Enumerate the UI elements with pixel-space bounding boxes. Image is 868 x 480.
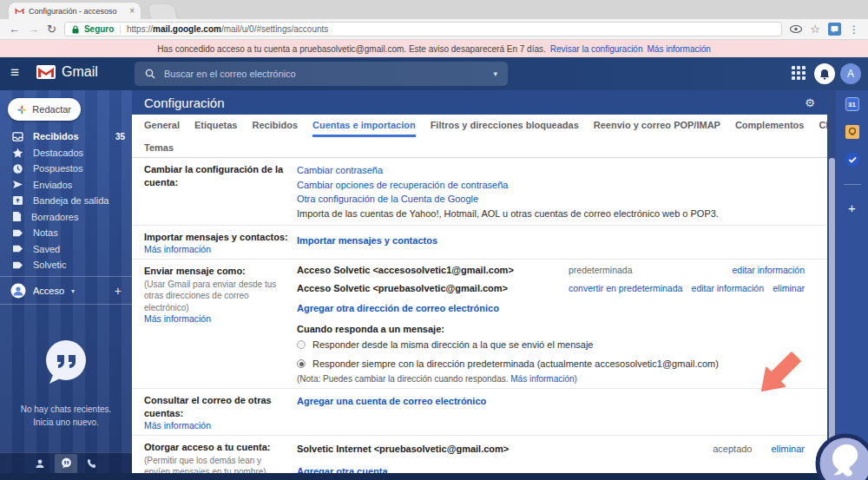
otra-configuracion-link[interactable]: Otra configuración de la Cuenta de Googl… [297,192,805,207]
tab-general[interactable]: General [144,115,180,137]
row-label: Consultar el correo de otras cuentas: [144,394,288,420]
apps-grid-icon[interactable] [792,66,807,82]
aceptado-status: aceptado [713,444,752,454]
phone-icon[interactable] [81,454,103,473]
add-addon-icon[interactable]: + [848,201,856,215]
draft-icon [12,211,22,222]
hangouts-empty-state: No hay chats recientes. Inicia uno nuevo… [0,307,132,429]
search-input[interactable]: Buscar en el correo electrónico ▾ [135,62,508,86]
tab-chat[interactable]: Chat [819,115,827,137]
keep-icon[interactable] [845,125,859,139]
chat-account-row[interactable]: Acceso ▾ + [0,279,132,302]
vertical-scrollbar[interactable] [827,90,836,473]
mas-informacion-link[interactable]: Más información [510,374,574,384]
mas-informacion-link[interactable]: Más información [144,420,211,431]
radio-label: Responder desde la misma dirección a la … [312,339,593,350]
url-scheme: https:// [127,24,153,34]
cambiar-contrasena-link[interactable]: Cambiar contraseña [297,163,805,178]
compose-button[interactable]: Redactar [8,98,81,121]
sidebar-item-saved[interactable]: Saved [0,241,132,258]
review-config-link[interactable]: Revisar la configuración [550,44,643,54]
hangouts-bubble-icon [43,339,89,389]
sidebar-item-pospuestos[interactable]: Pospuestos [0,161,132,177]
reply-note: (Nota: Puedes cambiar la dirección cuand… [297,374,805,384]
bookmark-star-icon[interactable]: ☆ [810,23,820,35]
tasks-icon[interactable] [845,153,859,167]
label-icon [12,244,23,253]
address-bar[interactable]: Seguro | https://mail.google.com/mail/u/… [64,22,782,36]
chat-avatar-icon [10,283,26,299]
editar-informacion-link[interactable]: editar información [692,283,764,293]
browser-tab[interactable]: Configuración - accesoso × [9,3,141,19]
sidebar-item-bandeja-de-salida[interactable]: Bandeja de salida [0,193,132,209]
mas-informacion-link[interactable]: Más información [144,244,211,254]
eye-icon[interactable] [790,25,802,33]
search-options-caret-icon[interactable]: ▾ [493,69,497,78]
editar-informacion-link[interactable]: editar información [733,265,805,275]
account-name: Acceso Solvetic <accesosolvetic1@gmail.c… [297,265,569,275]
tab-reenvio-pop-imap[interactable]: Reenvio y correo POP/IMAP [594,115,720,137]
forward-icon[interactable]: → [28,23,39,35]
sidebar-item-label: Bandeja de salida [33,195,125,206]
note-text: ) [575,374,577,384]
contacts-icon[interactable] [29,454,51,473]
sidebar-item-notas[interactable]: Notas [0,225,132,241]
agregar-cuenta-correo-link[interactable]: Agregar una cuenta de correo electrónico [297,394,805,409]
notification-bell-icon[interactable] [814,63,835,84]
browser-menu-icon[interactable]: ⋮ [849,23,859,36]
back-icon[interactable]: ← [9,23,20,35]
convertir-predeterminada-link[interactable]: convertir en predeterminada [569,283,682,293]
sidebar-item-destacados[interactable]: Destacados [0,145,132,161]
sidebar-item-solvetic[interactable]: Solvetic [0,257,132,273]
gmail-logo: Gmail [36,64,98,80]
more-info-link[interactable]: Más información [647,44,710,54]
tab-etiquetas[interactable]: Etiquetas [194,115,238,137]
row-label: Enviar mensaje como: [144,265,288,278]
agregar-otra-cuenta-link[interactable]: Agregar otra cuenta [297,464,805,473]
label-icon [12,228,23,238]
radio-unselected[interactable] [297,340,306,349]
tab-complementos[interactable]: Complementos [735,115,804,137]
hangouts-tab-icon[interactable] [55,454,77,473]
banner-text: Has concedido acceso a tu cuenta a prueb… [157,44,546,54]
sidebar-item-borradores[interactable]: Borradores [0,209,132,226]
extension-icon[interactable] [828,23,841,36]
sidebar-item-recibidos[interactable]: Recibidos 35 [0,128,132,145]
row-consultar-correo: Consultar el correo de otras cuentas: Má… [132,389,827,436]
gmail-favicon-icon [15,7,24,15]
hamburger-icon[interactable]: ≡ [10,64,19,82]
padlock-icon [72,25,79,34]
tab-temas[interactable]: Temas [132,137,827,158]
mas-informacion-link[interactable]: Más información [144,313,211,324]
radio-selected[interactable] [297,359,306,368]
tab-recibidos[interactable]: Recibidos [252,115,298,137]
settings-panel: Configuración ⚙ General Etiquetas Recibi… [132,90,827,473]
opciones-recuperacion-link[interactable]: Cambiar opciones de recuperación de cont… [297,178,805,193]
eliminar-link[interactable]: eliminar [773,283,805,293]
reload-icon[interactable]: ↻ [47,23,56,35]
scrollbar-thumb[interactable] [829,158,835,473]
eliminar-acceso-link[interactable]: eliminar [771,444,805,454]
row-sublabel: (Usar Gmail para enviar desde tus otras … [144,279,288,314]
chat-empty-line2: Inicia uno nuevo. [0,416,132,429]
sidebar-item-label: Destacados [33,148,125,158]
tab-filtros[interactable]: Filtros y direcciones bloqueadas [431,115,579,137]
outbox-icon [12,195,23,206]
gmail-sidebar: Redactar Recibidos 35 Destacados Pospues… [0,90,132,473]
new-tab-button[interactable] [148,4,177,19]
new-chat-plus-icon[interactable]: + [115,284,122,298]
sidebar-item-label: Solvetic [33,260,125,270]
calendar-icon[interactable]: 31 [845,97,859,111]
send-as-account-row: Acceso Solvetic <accesosolvetic1@gmail.c… [297,265,805,275]
close-tab-icon[interactable]: × [129,6,135,16]
import-note: Importa de las cuentas de Yahoo!, Hotmai… [297,207,805,221]
importar-mensajes-link[interactable]: Importar mensajes y contactos [297,233,805,248]
row-label: Otorgar acceso a tu cuenta: [144,441,288,454]
row-label: Cambiar la configuración de la cuenta: [144,163,288,189]
gear-icon[interactable]: ⚙ [805,96,815,109]
account-avatar[interactable]: A [840,63,861,84]
tab-cuentas-e-importacion[interactable]: Cuentas e importacion [312,115,416,137]
agregar-direccion-link[interactable]: Agregar otra dirección de correo electró… [297,301,805,316]
compose-label: Redactar [32,104,71,115]
sidebar-item-enviados[interactable]: Enviados [0,177,132,194]
